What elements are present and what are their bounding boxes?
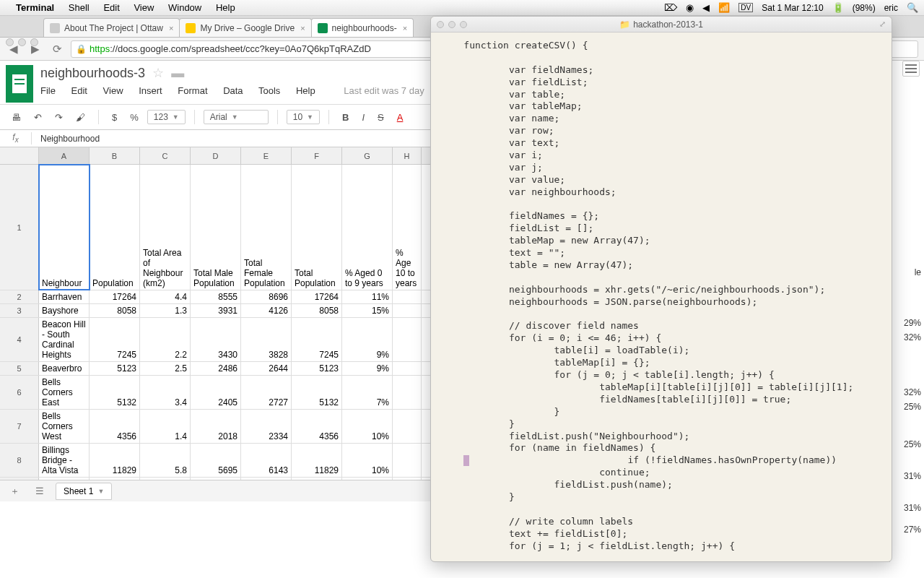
cell[interactable]: 8555 bbox=[191, 290, 241, 303]
cell[interactable]: 8696 bbox=[241, 290, 292, 303]
user-name[interactable]: eric bbox=[884, 3, 898, 13]
cell[interactable]: 9% bbox=[342, 362, 393, 375]
menu-edit[interactable]: Edit bbox=[103, 2, 119, 13]
cell[interactable] bbox=[393, 376, 422, 409]
app-name[interactable]: Terminal bbox=[16, 2, 54, 13]
col-header[interactable]: C bbox=[140, 147, 191, 164]
cell[interactable]: % Aged 0 to 9 years bbox=[342, 165, 393, 290]
cell[interactable]: 7245 bbox=[292, 318, 342, 361]
cell[interactable]: 4126 bbox=[241, 304, 292, 317]
cell[interactable]: Bells Corners East bbox=[39, 376, 90, 409]
clock[interactable]: Sat 1 Mar 12:10 bbox=[762, 3, 823, 13]
menu-window[interactable]: Window bbox=[168, 2, 201, 13]
cell[interactable]: Total Area of Neighbour (km2) bbox=[140, 165, 191, 290]
cell[interactable] bbox=[393, 304, 422, 317]
expand-icon[interactable]: ⤢ bbox=[879, 20, 886, 29]
row-header[interactable]: 4 bbox=[0, 318, 39, 361]
cell[interactable]: 8058 bbox=[292, 304, 342, 317]
cell[interactable]: Bells Corners West bbox=[39, 410, 90, 443]
cell[interactable]: 2018 bbox=[191, 410, 241, 443]
menu-help[interactable]: Help bbox=[296, 85, 315, 96]
browser-tab[interactable]: About The Project | Ottaw× bbox=[43, 18, 180, 37]
col-header[interactable]: A bbox=[39, 147, 90, 164]
cell[interactable]: Bayshore bbox=[39, 304, 90, 317]
text-color-icon[interactable]: A bbox=[393, 109, 408, 126]
menu-file[interactable]: File bbox=[40, 85, 56, 96]
cell[interactable]: 2405 bbox=[191, 376, 241, 409]
cell[interactable]: Population bbox=[90, 165, 140, 290]
chrome-menu-icon[interactable] bbox=[902, 61, 920, 77]
cell[interactable] bbox=[393, 362, 422, 375]
cell[interactable]: 9% bbox=[342, 318, 393, 361]
row-header[interactable]: 8 bbox=[0, 444, 39, 477]
menu-data[interactable]: Data bbox=[223, 85, 243, 96]
cell[interactable]: Total Population bbox=[292, 165, 342, 290]
number-format-select[interactable]: 123▼ bbox=[147, 110, 186, 124]
cell[interactable] bbox=[393, 444, 422, 477]
dv-icon[interactable]: DV bbox=[738, 3, 753, 12]
col-header[interactable]: B bbox=[90, 147, 140, 164]
row-header[interactable]: 3 bbox=[0, 304, 39, 317]
col-header[interactable]: G bbox=[342, 147, 393, 164]
cell[interactable]: Billings Bridge - Alta Vista bbox=[39, 444, 90, 477]
cell[interactable]: 2.2 bbox=[140, 318, 191, 361]
wifi-icon[interactable]: 📶 bbox=[718, 2, 730, 13]
col-header[interactable]: H bbox=[393, 147, 422, 164]
cell[interactable]: 5132 bbox=[292, 376, 342, 409]
sheets-logo-icon[interactable] bbox=[6, 65, 33, 103]
close-icon[interactable]: × bbox=[300, 24, 305, 33]
all-sheets-button[interactable]: ☰ bbox=[31, 483, 48, 499]
formula-input[interactable]: Neighbourhood bbox=[32, 134, 100, 144]
dropbox-icon[interactable]: ⌦ bbox=[664, 2, 677, 13]
row-header[interactable]: 7 bbox=[0, 410, 39, 443]
terminal-titlebar[interactable]: 📁hackathon-2013-1 ⤢ bbox=[431, 17, 892, 33]
menu-tools[interactable]: Tools bbox=[258, 85, 280, 96]
reload-button[interactable]: ⟳ bbox=[49, 41, 65, 57]
cell[interactable]: 11829 bbox=[292, 444, 342, 477]
cell[interactable]: Beaverbro bbox=[39, 362, 90, 375]
cell[interactable]: 1.4 bbox=[140, 410, 191, 443]
cell[interactable]: 4356 bbox=[292, 410, 342, 443]
cell[interactable]: % Age 10 to years bbox=[393, 165, 422, 290]
cell[interactable]: 11% bbox=[342, 290, 393, 303]
col-header[interactable]: E bbox=[241, 147, 292, 164]
redo-icon[interactable]: ↷ bbox=[51, 109, 67, 126]
menu-help[interactable]: Help bbox=[216, 2, 235, 13]
folder-icon[interactable]: ▬ bbox=[171, 66, 184, 81]
sheet-tab[interactable]: Sheet 1▼ bbox=[56, 483, 112, 500]
cell[interactable]: 17264 bbox=[90, 290, 140, 303]
cell[interactable]: 6143 bbox=[241, 444, 292, 477]
cell[interactable]: Barrhaven bbox=[39, 290, 90, 303]
strike-icon[interactable]: S bbox=[373, 109, 388, 126]
cell[interactable]: 2486 bbox=[191, 362, 241, 375]
cell[interactable]: 2.5 bbox=[140, 362, 191, 375]
currency-icon[interactable]: $ bbox=[108, 109, 121, 126]
cell[interactable]: 2334 bbox=[241, 410, 292, 443]
cell[interactable]: 10% bbox=[342, 444, 393, 477]
cell[interactable]: 5695 bbox=[191, 444, 241, 477]
cell[interactable]: 5132 bbox=[90, 376, 140, 409]
window-controls[interactable] bbox=[437, 21, 467, 28]
cell[interactable]: 5123 bbox=[90, 362, 140, 375]
cell[interactable]: Neighbour bbox=[39, 165, 90, 290]
cell[interactable] bbox=[393, 410, 422, 443]
cell[interactable]: 11829 bbox=[90, 444, 140, 477]
window-controls[interactable] bbox=[6, 38, 38, 46]
browser-tab[interactable]: My Drive – Google Drive× bbox=[179, 18, 311, 37]
undo-icon[interactable]: ↶ bbox=[30, 109, 46, 126]
cell[interactable]: 2727 bbox=[241, 376, 292, 409]
cell[interactable]: 17264 bbox=[292, 290, 342, 303]
cell[interactable]: 5.8 bbox=[140, 444, 191, 477]
menu-edit[interactable]: Edit bbox=[71, 85, 87, 96]
cell[interactable] bbox=[393, 318, 422, 361]
row-header[interactable]: 5 bbox=[0, 362, 39, 375]
select-all-corner[interactable] bbox=[0, 147, 39, 164]
paint-format-icon[interactable]: 🖌 bbox=[71, 109, 90, 126]
terminal-content[interactable]: function createCSV() { var fieldNames; v… bbox=[431, 33, 892, 559]
cell[interactable]: 4.4 bbox=[140, 290, 191, 303]
close-icon[interactable]: × bbox=[169, 24, 173, 33]
browser-tab[interactable]: neighbourhoods-× bbox=[311, 18, 414, 37]
sync-icon[interactable]: ◉ bbox=[686, 2, 694, 13]
battery-icon[interactable]: 🔋 bbox=[832, 2, 844, 13]
cell[interactable]: 3828 bbox=[241, 318, 292, 361]
